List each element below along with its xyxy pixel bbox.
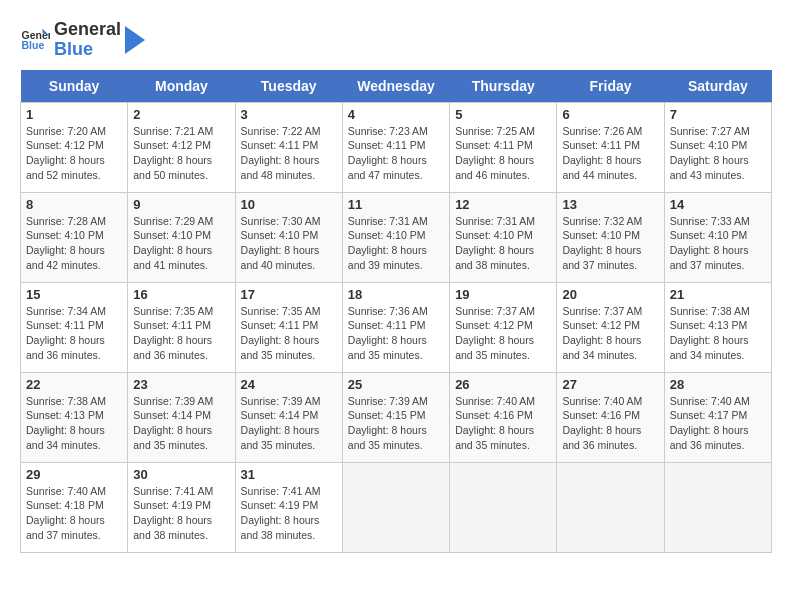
day-number: 28 [670, 377, 766, 392]
day-number: 7 [670, 107, 766, 122]
day-cell-22: 22Sunrise: 7:38 AMSunset: 4:13 PMDayligh… [21, 372, 128, 462]
day-cell-17: 17Sunrise: 7:35 AMSunset: 4:11 PMDayligh… [235, 282, 342, 372]
day-cell-11: 11Sunrise: 7:31 AMSunset: 4:10 PMDayligh… [342, 192, 449, 282]
calendar-week-5: 29Sunrise: 7:40 AMSunset: 4:18 PMDayligh… [21, 462, 772, 552]
day-number: 9 [133, 197, 229, 212]
day-number: 25 [348, 377, 444, 392]
day-cell-14: 14Sunrise: 7:33 AMSunset: 4:10 PMDayligh… [664, 192, 771, 282]
day-info: Sunrise: 7:40 AMSunset: 4:16 PMDaylight:… [562, 394, 658, 453]
day-info: Sunrise: 7:25 AMSunset: 4:11 PMDaylight:… [455, 124, 551, 183]
day-info: Sunrise: 7:30 AMSunset: 4:10 PMDaylight:… [241, 214, 337, 273]
day-number: 24 [241, 377, 337, 392]
day-cell-29: 29Sunrise: 7:40 AMSunset: 4:18 PMDayligh… [21, 462, 128, 552]
day-cell-19: 19Sunrise: 7:37 AMSunset: 4:12 PMDayligh… [450, 282, 557, 372]
logo: General Blue General Blue [20, 20, 145, 60]
day-header-saturday: Saturday [664, 70, 771, 103]
day-info: Sunrise: 7:27 AMSunset: 4:10 PMDaylight:… [670, 124, 766, 183]
day-cell-25: 25Sunrise: 7:39 AMSunset: 4:15 PMDayligh… [342, 372, 449, 462]
day-cell-5: 5Sunrise: 7:25 AMSunset: 4:11 PMDaylight… [450, 102, 557, 192]
day-cell-27: 27Sunrise: 7:40 AMSunset: 4:16 PMDayligh… [557, 372, 664, 462]
day-info: Sunrise: 7:39 AMSunset: 4:14 PMDaylight:… [241, 394, 337, 453]
day-info: Sunrise: 7:20 AMSunset: 4:12 PMDaylight:… [26, 124, 122, 183]
calendar-week-4: 22Sunrise: 7:38 AMSunset: 4:13 PMDayligh… [21, 372, 772, 462]
header: General Blue General Blue [20, 20, 772, 60]
day-number: 5 [455, 107, 551, 122]
day-info: Sunrise: 7:26 AMSunset: 4:11 PMDaylight:… [562, 124, 658, 183]
day-number: 19 [455, 287, 551, 302]
day-number: 11 [348, 197, 444, 212]
day-number: 8 [26, 197, 122, 212]
day-cell-15: 15Sunrise: 7:34 AMSunset: 4:11 PMDayligh… [21, 282, 128, 372]
day-cell-26: 26Sunrise: 7:40 AMSunset: 4:16 PMDayligh… [450, 372, 557, 462]
day-number: 30 [133, 467, 229, 482]
day-info: Sunrise: 7:21 AMSunset: 4:12 PMDaylight:… [133, 124, 229, 183]
calendar-body: 1Sunrise: 7:20 AMSunset: 4:12 PMDaylight… [21, 102, 772, 552]
day-number: 13 [562, 197, 658, 212]
empty-cell [342, 462, 449, 552]
day-cell-9: 9Sunrise: 7:29 AMSunset: 4:10 PMDaylight… [128, 192, 235, 282]
svg-text:Blue: Blue [22, 39, 45, 51]
logo-general: General [54, 20, 121, 40]
day-number: 3 [241, 107, 337, 122]
day-header-monday: Monday [128, 70, 235, 103]
day-info: Sunrise: 7:34 AMSunset: 4:11 PMDaylight:… [26, 304, 122, 363]
day-info: Sunrise: 7:35 AMSunset: 4:11 PMDaylight:… [241, 304, 337, 363]
day-cell-8: 8Sunrise: 7:28 AMSunset: 4:10 PMDaylight… [21, 192, 128, 282]
day-info: Sunrise: 7:40 AMSunset: 4:18 PMDaylight:… [26, 484, 122, 543]
day-cell-16: 16Sunrise: 7:35 AMSunset: 4:11 PMDayligh… [128, 282, 235, 372]
day-cell-4: 4Sunrise: 7:23 AMSunset: 4:11 PMDaylight… [342, 102, 449, 192]
day-number: 22 [26, 377, 122, 392]
day-info: Sunrise: 7:31 AMSunset: 4:10 PMDaylight:… [455, 214, 551, 273]
logo-arrow [125, 26, 145, 54]
day-number: 26 [455, 377, 551, 392]
day-number: 2 [133, 107, 229, 122]
day-cell-31: 31Sunrise: 7:41 AMSunset: 4:19 PMDayligh… [235, 462, 342, 552]
day-cell-28: 28Sunrise: 7:40 AMSunset: 4:17 PMDayligh… [664, 372, 771, 462]
day-header-sunday: Sunday [21, 70, 128, 103]
day-number: 18 [348, 287, 444, 302]
day-info: Sunrise: 7:39 AMSunset: 4:15 PMDaylight:… [348, 394, 444, 453]
calendar-header-row: SundayMondayTuesdayWednesdayThursdayFrid… [21, 70, 772, 103]
day-cell-21: 21Sunrise: 7:38 AMSunset: 4:13 PMDayligh… [664, 282, 771, 372]
day-header-wednesday: Wednesday [342, 70, 449, 103]
logo-icon: General Blue [20, 25, 50, 55]
day-number: 1 [26, 107, 122, 122]
day-info: Sunrise: 7:23 AMSunset: 4:11 PMDaylight:… [348, 124, 444, 183]
day-cell-24: 24Sunrise: 7:39 AMSunset: 4:14 PMDayligh… [235, 372, 342, 462]
day-cell-2: 2Sunrise: 7:21 AMSunset: 4:12 PMDaylight… [128, 102, 235, 192]
day-number: 27 [562, 377, 658, 392]
day-number: 12 [455, 197, 551, 212]
day-number: 16 [133, 287, 229, 302]
day-header-tuesday: Tuesday [235, 70, 342, 103]
day-info: Sunrise: 7:33 AMSunset: 4:10 PMDaylight:… [670, 214, 766, 273]
day-info: Sunrise: 7:40 AMSunset: 4:16 PMDaylight:… [455, 394, 551, 453]
day-number: 20 [562, 287, 658, 302]
day-info: Sunrise: 7:32 AMSunset: 4:10 PMDaylight:… [562, 214, 658, 273]
day-info: Sunrise: 7:37 AMSunset: 4:12 PMDaylight:… [562, 304, 658, 363]
day-header-friday: Friday [557, 70, 664, 103]
empty-cell [450, 462, 557, 552]
day-header-thursday: Thursday [450, 70, 557, 103]
day-cell-12: 12Sunrise: 7:31 AMSunset: 4:10 PMDayligh… [450, 192, 557, 282]
day-cell-20: 20Sunrise: 7:37 AMSunset: 4:12 PMDayligh… [557, 282, 664, 372]
day-info: Sunrise: 7:41 AMSunset: 4:19 PMDaylight:… [133, 484, 229, 543]
day-info: Sunrise: 7:29 AMSunset: 4:10 PMDaylight:… [133, 214, 229, 273]
day-info: Sunrise: 7:31 AMSunset: 4:10 PMDaylight:… [348, 214, 444, 273]
day-number: 21 [670, 287, 766, 302]
calendar-week-1: 1Sunrise: 7:20 AMSunset: 4:12 PMDaylight… [21, 102, 772, 192]
day-cell-13: 13Sunrise: 7:32 AMSunset: 4:10 PMDayligh… [557, 192, 664, 282]
day-number: 23 [133, 377, 229, 392]
day-info: Sunrise: 7:39 AMSunset: 4:14 PMDaylight:… [133, 394, 229, 453]
day-number: 6 [562, 107, 658, 122]
day-info: Sunrise: 7:38 AMSunset: 4:13 PMDaylight:… [670, 304, 766, 363]
day-info: Sunrise: 7:38 AMSunset: 4:13 PMDaylight:… [26, 394, 122, 453]
logo-blue: Blue [54, 40, 121, 60]
day-number: 31 [241, 467, 337, 482]
calendar-week-2: 8Sunrise: 7:28 AMSunset: 4:10 PMDaylight… [21, 192, 772, 282]
day-number: 4 [348, 107, 444, 122]
day-info: Sunrise: 7:37 AMSunset: 4:12 PMDaylight:… [455, 304, 551, 363]
day-cell-1: 1Sunrise: 7:20 AMSunset: 4:12 PMDaylight… [21, 102, 128, 192]
empty-cell [557, 462, 664, 552]
day-cell-18: 18Sunrise: 7:36 AMSunset: 4:11 PMDayligh… [342, 282, 449, 372]
day-info: Sunrise: 7:22 AMSunset: 4:11 PMDaylight:… [241, 124, 337, 183]
